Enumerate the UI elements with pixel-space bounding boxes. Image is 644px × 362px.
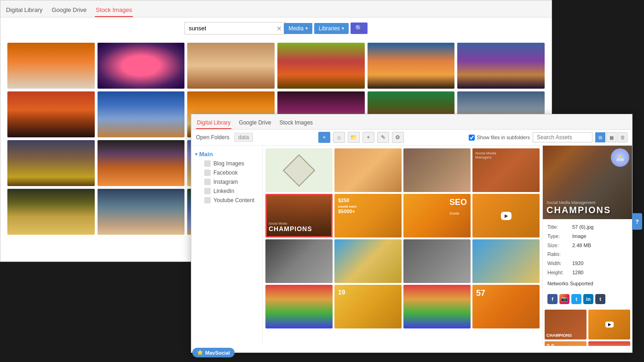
bg-image-6[interactable] bbox=[457, 43, 545, 89]
detail-ratio-label: Ratio: bbox=[547, 250, 570, 259]
bg-image-3[interactable] bbox=[187, 43, 275, 89]
bg-image-7[interactable] bbox=[7, 91, 95, 137]
fg-image-bar-chart[interactable]: 57 bbox=[472, 285, 540, 328]
fg-image-beach[interactable] bbox=[334, 239, 402, 283]
fg-folder-icon-youtube bbox=[204, 197, 211, 204]
bg-image-13[interactable] bbox=[7, 140, 95, 186]
fg-folder-icon-facebook bbox=[204, 170, 211, 176]
fg-image-lamp[interactable]: 19 bbox=[334, 285, 402, 328]
fg-sidebar-label-linkedin: LinkedIn bbox=[213, 188, 234, 194]
mavsocial-badge[interactable]: ⭐ MavSocial bbox=[192, 348, 235, 357]
fg-image-youtube[interactable]: ▶ bbox=[472, 194, 540, 238]
detail-width-row: Width: 1920 bbox=[547, 259, 627, 268]
fg-social-linkedin[interactable]: in bbox=[583, 294, 593, 304]
fg-folder-button[interactable]: 📁 bbox=[348, 132, 360, 143]
fg-sidebar-item-instagram[interactable]: Instagram bbox=[191, 177, 262, 187]
bg-image-4[interactable] bbox=[277, 43, 365, 89]
fg-sidebar-item-linkedin[interactable]: LinkedIn bbox=[191, 187, 262, 196]
fg-image-colorstripe2[interactable] bbox=[403, 285, 471, 328]
fg-medium-grid-button[interactable]: ▦ bbox=[606, 132, 616, 142]
fg-image-city[interactable] bbox=[265, 239, 333, 283]
fg-detail-grid: CHAMPIONS ▶ 3.8 bbox=[543, 308, 632, 346]
bg-image-20[interactable] bbox=[98, 189, 185, 235]
bg-image-5[interactable] bbox=[368, 43, 455, 89]
fg-social-tumblr[interactable]: t bbox=[595, 294, 605, 304]
detail-type-label: Type: bbox=[547, 232, 570, 241]
fg-search-input[interactable] bbox=[533, 132, 592, 142]
detail-thumb-2-yt: ▶ bbox=[605, 322, 614, 328]
fg-detail-thumb-3[interactable]: 3.8 bbox=[545, 341, 586, 346]
champ-small-label: Social MediaManagers bbox=[475, 151, 496, 159]
fg-image-eye[interactable] bbox=[403, 148, 471, 192]
bg-tab-stock-images[interactable]: Stock Images bbox=[95, 4, 133, 17]
bg-tab-digital-library[interactable]: Digital Library bbox=[5, 4, 43, 17]
fg-detail-image: Social Media Management CHAMPIONS ⭐2018 bbox=[543, 146, 632, 219]
bg-search-bar: ✕ Media Libraries 🔍 bbox=[0, 17, 552, 39]
fg-edit-button[interactable]: ✎ bbox=[377, 132, 389, 143]
fg-detail-thumb-1[interactable]: CHAMPIONS bbox=[545, 310, 586, 339]
detail-height-label: Height: bbox=[547, 268, 570, 277]
seo-text: SEOGuide bbox=[449, 198, 467, 217]
fg-social-icons: f 📷 t in t bbox=[543, 292, 632, 308]
fg-show-sub-checkbox[interactable] bbox=[469, 135, 475, 141]
fg-image-colorstripe[interactable] bbox=[265, 285, 333, 328]
detail-thumb-3-num: 3.8 bbox=[545, 341, 586, 346]
fg-sidebar-item-blog[interactable]: Blog Images bbox=[191, 159, 262, 168]
bar-number: 57 bbox=[476, 288, 485, 298]
detail-thumb-1-text: CHAMPIONS bbox=[546, 333, 572, 338]
fg-image-seo[interactable]: SEOGuide bbox=[403, 194, 471, 238]
bg-search-clear-icon[interactable]: ✕ bbox=[276, 25, 282, 32]
bg-image-8[interactable] bbox=[98, 91, 185, 137]
bg-tab-google-drive[interactable]: Google Drive bbox=[51, 4, 87, 17]
detail-sub-text: Social Media Management bbox=[546, 200, 628, 205]
bg-libraries-button[interactable]: Libraries bbox=[314, 23, 349, 34]
fg-show-subfolders: Show files in subfolders bbox=[469, 135, 530, 141]
youtube-icon: ▶ bbox=[501, 212, 512, 220]
fg-detail-thumb-2[interactable]: ▶ bbox=[588, 310, 630, 339]
fg-image-champ-small[interactable]: Social MediaManagers bbox=[472, 148, 540, 192]
fg-tab-google-drive[interactable]: Google Drive bbox=[238, 117, 272, 129]
bg-search-input[interactable] bbox=[184, 22, 286, 34]
fg-sidebar-item-youtube[interactable]: Youtube Content bbox=[191, 196, 262, 205]
bg-search-button[interactable]: 🔍 bbox=[351, 23, 368, 34]
bg-image-2[interactable] bbox=[98, 43, 185, 89]
fg-tab-digital-library[interactable]: Digital Library bbox=[196, 117, 231, 129]
fg-social-twitter[interactable]: t bbox=[571, 294, 581, 304]
fg-list-view-button[interactable]: ☰ bbox=[617, 132, 627, 142]
fg-social-instagram[interactable]: 📷 bbox=[559, 294, 569, 304]
fg-image-champ-selected[interactable]: Social Media CHAMPIONS bbox=[265, 194, 333, 238]
fg-help-button[interactable]: ? bbox=[632, 213, 642, 230]
fg-large-grid-button[interactable]: ⊞ bbox=[595, 132, 605, 142]
detail-networks-row: Networks Supported bbox=[547, 279, 627, 288]
fg-image-people[interactable] bbox=[334, 148, 402, 192]
fg-social-facebook[interactable]: f bbox=[547, 294, 558, 304]
fg-main-label: Main bbox=[199, 151, 213, 158]
fg-image-diamond[interactable] bbox=[265, 148, 333, 192]
bg-image-14[interactable] bbox=[98, 140, 185, 186]
lamp-number: 19 bbox=[338, 288, 345, 296]
fg-sidebar-label-facebook: Facebook bbox=[213, 170, 238, 176]
mavsocial-label: MavSocial bbox=[205, 350, 230, 356]
fg-home-button[interactable]: ⌂ bbox=[333, 132, 345, 143]
bg-media-button[interactable]: Media bbox=[284, 23, 312, 34]
fg-add-button[interactable]: + bbox=[318, 132, 330, 143]
fg-filter-button[interactable]: ⚙ bbox=[392, 132, 404, 143]
fg-sidebar-label-blog: Blog Images bbox=[213, 160, 244, 167]
detail-title-row: Title: 57 (6).jpg bbox=[547, 223, 627, 232]
bg-image-19[interactable] bbox=[7, 189, 95, 235]
detail-size-value: 2.48 MB bbox=[572, 241, 591, 250]
award-badge: ⭐2018 bbox=[611, 148, 629, 167]
fg-body: ▾ Main Blog Images Facebook Instagram Li… bbox=[191, 146, 632, 346]
fg-sidebar-item-facebook[interactable]: Facebook bbox=[191, 168, 262, 177]
bg-image-1[interactable] bbox=[7, 43, 95, 89]
fg-sidebar-main[interactable]: ▾ Main bbox=[191, 149, 262, 159]
fg-image-money[interactable]: $250could earn$5000+ bbox=[334, 194, 402, 238]
fg-folder-icon-linkedin bbox=[204, 188, 211, 194]
fg-image-city2[interactable] bbox=[403, 239, 471, 283]
fg-create-button[interactable]: + bbox=[362, 132, 374, 143]
fg-detail-thumb-4[interactable] bbox=[588, 341, 630, 346]
fg-tab-stock-images[interactable]: Stock Images bbox=[278, 117, 314, 129]
detail-text-block: Social Media Management CHAMPIONS bbox=[543, 197, 632, 219]
detail-ratio-row: Ratio: bbox=[547, 250, 627, 259]
fg-image-beach2[interactable] bbox=[472, 239, 540, 283]
